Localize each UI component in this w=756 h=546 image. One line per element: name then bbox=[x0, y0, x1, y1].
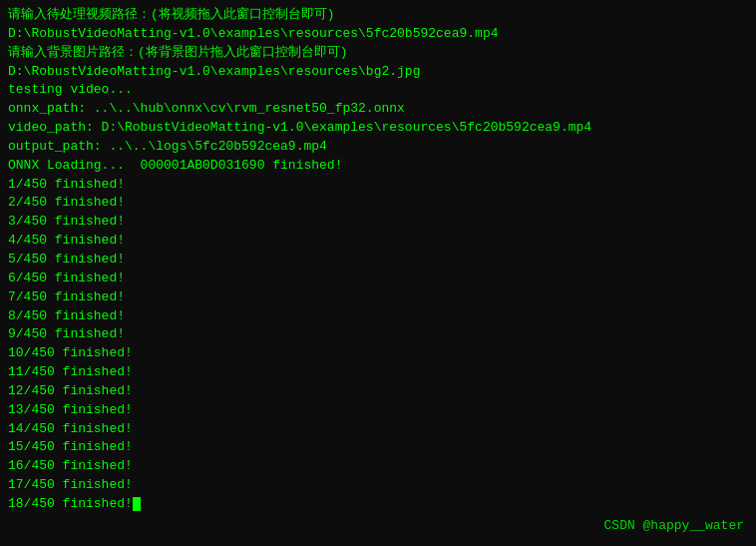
terminal-line: ONNX Loading... 000001AB0D031690 finishe… bbox=[8, 157, 748, 176]
terminal-line: D:\RobustVideoMatting-v1.0\examples\reso… bbox=[8, 25, 748, 44]
terminal-line: 17/450 finished! bbox=[8, 476, 748, 495]
terminal-line: output_path: ..\..\logs\5fc20b592cea9.mp… bbox=[8, 138, 748, 157]
terminal-line: 4/450 finished! bbox=[8, 232, 748, 251]
terminal-line: D:\RobustVideoMatting-v1.0\examples\reso… bbox=[8, 63, 748, 82]
terminal-line: 10/450 finished! bbox=[8, 344, 748, 363]
terminal-line: 2/450 finished! bbox=[8, 194, 748, 213]
terminal-cursor bbox=[133, 497, 141, 511]
terminal-line: 5/450 finished! bbox=[8, 251, 748, 270]
terminal-line: video_path: D:\RobustVideoMatting-v1.0\e… bbox=[8, 119, 748, 138]
watermark-text: CSDN @happy__water bbox=[604, 517, 744, 536]
terminal-line: 16/450 finished! bbox=[8, 457, 748, 476]
terminal-line: 6/450 finished! bbox=[8, 270, 748, 288]
terminal-line: 14/450 finished! bbox=[8, 420, 748, 439]
terminal-line: 8/450 finished! bbox=[8, 307, 748, 326]
terminal-line: 18/450 finished! bbox=[8, 495, 748, 514]
terminal-line: 15/450 finished! bbox=[8, 438, 748, 457]
terminal-line: 1/450 finished! bbox=[8, 176, 748, 195]
terminal-line: 12/450 finished! bbox=[8, 382, 748, 401]
terminal-line: 请输入背景图片路径：(将背景图片拖入此窗口控制台即可) bbox=[8, 44, 748, 63]
terminal-line: 3/450 finished! bbox=[8, 213, 748, 232]
terminal-line: 请输入待处理视频路径：(将视频拖入此窗口控制台即可) bbox=[8, 6, 748, 25]
terminal-line: onnx_path: ..\..\hub\onnx\cv\rvm_resnet5… bbox=[8, 100, 748, 119]
terminal-line: 11/450 finished! bbox=[8, 363, 748, 382]
terminal-line: 7/450 finished! bbox=[8, 288, 748, 307]
terminal-line: 13/450 finished! bbox=[8, 401, 748, 420]
terminal-line: testing video... bbox=[8, 81, 748, 100]
terminal-window: 请输入待处理视频路径：(将视频拖入此窗口控制台即可)D:\RobustVideo… bbox=[0, 0, 756, 546]
terminal-line: 9/450 finished! bbox=[8, 325, 748, 344]
